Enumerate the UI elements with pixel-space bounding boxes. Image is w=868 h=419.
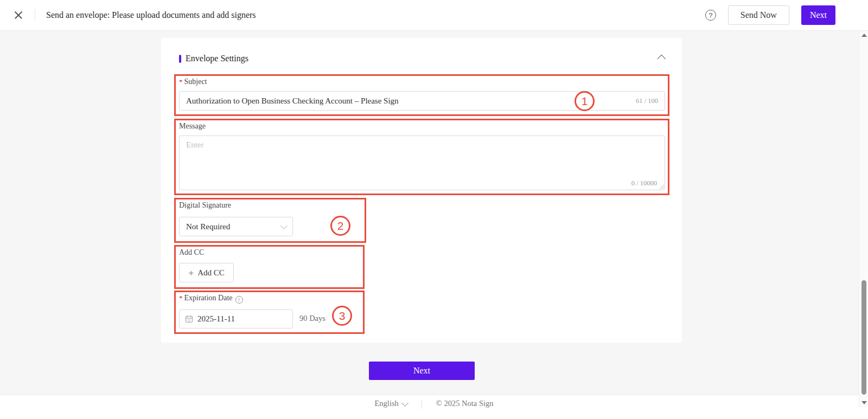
digital-signature-annotation-box: Digital Signature Not Required 2 [174,198,366,243]
required-asterisk: * [179,78,183,86]
subject-label: *Subject [179,78,207,86]
section-title: Envelope Settings [186,54,248,63]
expiration-date-value: 2025-11-11 [197,314,235,324]
copyright-text: © 2025 Nota Sign [436,399,494,408]
digital-signature-value: Not Required [186,222,230,231]
expiration-annotation-box: *Expiration Date! 2025-11-11 [174,291,365,334]
resize-handle-icon[interactable] [659,184,664,189]
expiration-label: *Expiration Date! [179,294,243,304]
scrollbar-thumb[interactable] [861,280,866,395]
topbar-divider [35,9,35,21]
subject-counter: 61 / 100 [636,97,658,105]
required-asterisk: * [179,294,183,302]
add-cc-label: Add CC [179,248,204,257]
message-annotation-box: Message Enter 0 / 10000 [174,119,669,195]
next-button-bottom[interactable]: Next [369,362,475,380]
footer: English © 2025 Nota Sign [0,395,868,419]
annotation-badge-2: 2 [330,216,350,236]
message-textarea[interactable]: Enter 0 / 10000 [179,136,665,190]
expiration-date-input[interactable]: 2025-11-11 [179,310,293,328]
add-cc-annotation-box: Add CC + Add CC [174,245,365,289]
message-label: Message [179,122,206,131]
send-envelope-screen: Send an envelope: Please upload document… [0,0,868,419]
calendar-icon [185,315,193,323]
info-icon[interactable]: ! [235,296,243,304]
close-icon[interactable] [13,10,24,21]
expiration-duration: 90 Days [299,314,326,323]
card-header: Envelope Settings [179,51,663,66]
subject-annotation-box: *Subject Authorization to Open Business … [174,74,669,116]
annotation-badge-1: 1 [575,91,595,111]
scroll-up-icon[interactable] [861,34,867,37]
message-counter: 0 / 10000 [631,179,657,188]
footer-divider [422,401,422,409]
content-area: Envelope Settings *Subject Authorization… [0,31,868,395]
language-selector[interactable]: English [375,399,407,408]
subject-value: Authorization to Open Business Checking … [186,96,636,106]
digital-signature-select[interactable]: Not Required [179,217,293,236]
accent-bar [179,55,181,63]
language-label: English [375,399,399,408]
add-cc-button[interactable]: + Add CC [179,263,234,282]
vertical-scrollbar[interactable] [859,31,868,407]
envelope-settings-card: Envelope Settings *Subject Authorization… [161,38,682,343]
chevron-down-icon [401,399,409,407]
page-title: Send an envelope: Please upload document… [46,10,256,20]
help-icon[interactable]: ? [705,10,716,21]
topbar-actions: ? Send Now Next [705,5,835,25]
top-bar: Send an envelope: Please upload document… [0,0,868,31]
annotation-badge-3: 3 [332,306,352,326]
next-button-header[interactable]: Next [801,5,835,25]
send-now-button[interactable]: Send Now [728,5,789,25]
chevron-down-icon [280,222,288,229]
add-cc-button-label: Add CC [197,268,225,278]
digital-signature-label: Digital Signature [179,201,231,210]
scroll-down-icon[interactable] [861,401,867,404]
plus-icon: + [188,268,194,278]
message-placeholder: Enter [186,140,203,150]
chevron-up-icon[interactable] [658,54,666,63]
